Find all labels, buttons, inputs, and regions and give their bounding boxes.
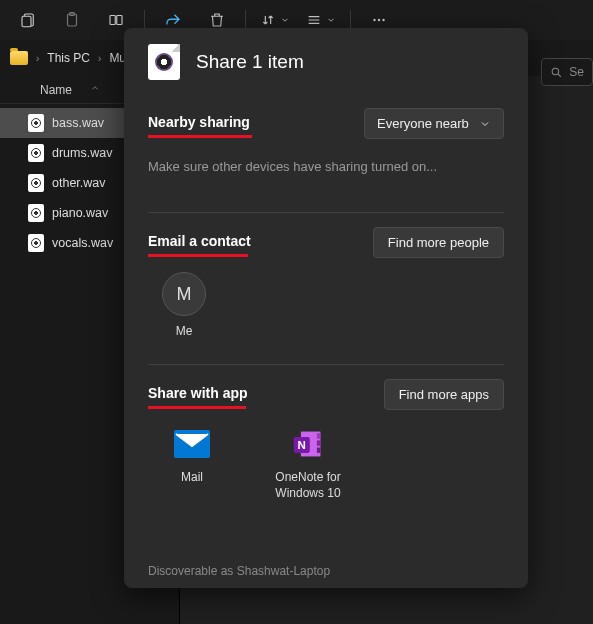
audio-file-icon — [28, 114, 44, 132]
svg-point-8 — [382, 19, 384, 21]
view-button[interactable] — [300, 12, 342, 28]
nearby-section: Nearby sharing Everyone nearb Make sure … — [148, 108, 504, 204]
audio-file-icon — [28, 204, 44, 222]
svg-rect-13 — [317, 440, 321, 445]
email-heading: Email a contact — [148, 233, 251, 253]
share-dialog: Share 1 item Nearby sharing Everyone nea… — [124, 28, 528, 588]
app-mail[interactable]: Mail — [148, 426, 236, 501]
audio-file-icon — [28, 174, 44, 192]
divider — [148, 212, 504, 213]
nearby-hint: Make sure other devices have sharing tur… — [148, 159, 504, 174]
share-file-icon — [148, 44, 180, 80]
audio-file-icon — [28, 144, 44, 162]
nearby-visibility-dropdown[interactable]: Everyone nearb — [364, 108, 504, 139]
app-label: OneNote for Windows 10 — [264, 470, 352, 501]
underline-annotation — [148, 406, 246, 409]
file-name: piano.wav — [52, 206, 108, 220]
folder-icon — [10, 51, 28, 65]
search-input[interactable]: Se — [541, 58, 593, 86]
svg-rect-5 — [117, 16, 122, 25]
copy-icon[interactable] — [8, 4, 48, 36]
nearby-heading: Nearby sharing — [148, 114, 250, 134]
chevron-right-icon: › — [96, 53, 103, 64]
breadcrumb-root[interactable] — [4, 47, 34, 69]
find-more-people-button[interactable]: Find more people — [373, 227, 504, 258]
app-label: Mail — [181, 470, 203, 486]
search-placeholder: Se — [569, 65, 584, 79]
onenote-icon: N — [290, 426, 326, 462]
contacts-row: M Me — [148, 272, 504, 338]
discoverable-footer: Discoverable as Shashwat-Laptop — [148, 554, 504, 578]
sort-button[interactable] — [254, 12, 296, 28]
apps-heading: Share with app — [148, 385, 248, 405]
svg-point-9 — [552, 68, 559, 75]
underline-annotation — [148, 254, 248, 257]
svg-rect-12 — [317, 433, 321, 438]
toolbar-separator — [245, 10, 246, 30]
apps-section: Share with app Find more apps Mail N One… — [148, 379, 504, 519]
chevron-down-icon — [479, 118, 491, 130]
underline-annotation — [148, 135, 252, 138]
file-name: bass.wav — [52, 116, 104, 130]
find-more-apps-button[interactable]: Find more apps — [384, 379, 504, 410]
toolbar-separator — [144, 10, 145, 30]
sort-indicator-icon — [90, 82, 100, 96]
mail-icon — [174, 426, 210, 462]
share-title: Share 1 item — [196, 51, 304, 73]
share-header: Share 1 item — [148, 44, 504, 80]
svg-text:N: N — [298, 439, 306, 451]
svg-point-6 — [373, 19, 375, 21]
divider — [148, 364, 504, 365]
file-name: vocals.wav — [52, 236, 113, 250]
file-name: other.wav — [52, 176, 106, 190]
audio-file-icon — [28, 234, 44, 252]
app-onenote[interactable]: N OneNote for Windows 10 — [264, 426, 352, 501]
svg-rect-1 — [22, 16, 31, 27]
file-name: drums.wav — [52, 146, 112, 160]
breadcrumb-this-pc[interactable]: This PC — [41, 47, 96, 69]
email-section: Email a contact Find more people M Me — [148, 227, 504, 356]
svg-point-7 — [378, 19, 380, 21]
paste-icon[interactable] — [52, 4, 92, 36]
apps-row: Mail N OneNote for Windows 10 — [148, 426, 504, 501]
svg-rect-4 — [110, 16, 115, 25]
avatar: M — [162, 272, 206, 316]
contact-me[interactable]: M Me — [148, 272, 220, 338]
contact-label: Me — [176, 324, 193, 338]
toolbar-separator — [350, 10, 351, 30]
svg-rect-14 — [317, 448, 321, 453]
chevron-right-icon: › — [34, 53, 41, 64]
search-icon — [550, 66, 563, 79]
